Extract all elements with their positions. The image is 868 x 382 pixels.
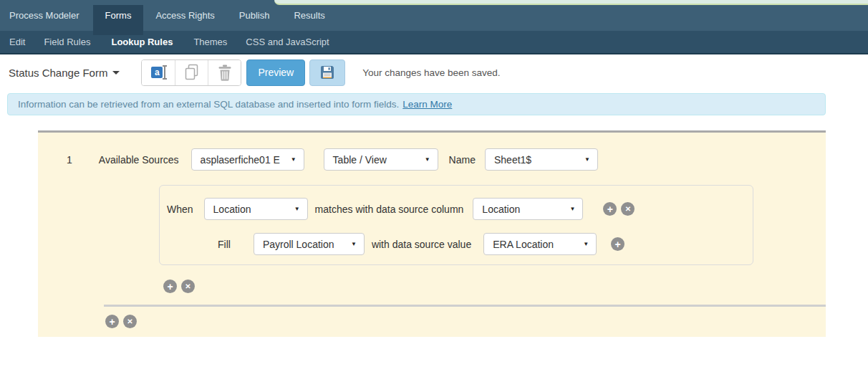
lookup-rules-panel: 1 Available Sources asplaserfiche01 E ▼ … <box>38 130 826 337</box>
table-view-select-value: Table / View <box>333 154 387 166</box>
nav-item-forms[interactable]: Forms <box>93 0 144 31</box>
copy-icon <box>184 64 200 81</box>
remove-lookup-rule-button[interactable]: ✕ <box>123 315 137 328</box>
fill-field-select[interactable]: Payroll Location ▼ <box>254 233 365 255</box>
data-source-row: 1 Available Sources asplaserfiche01 E ▼ … <box>38 148 826 171</box>
data-source-select-value: asplaserfiche01 E <box>201 154 280 166</box>
sheet-name-select-value: Sheet1$ <box>494 154 531 166</box>
rule-conditions-box: When Location ▼ matches with data source… <box>159 185 753 265</box>
table-view-select[interactable]: Table / View ▼ <box>324 148 438 171</box>
data-source-select[interactable]: asplaserfiche01 E ▼ <box>191 148 304 171</box>
match-column-select[interactable]: Location ▼ <box>473 198 583 220</box>
matches-with-label: matches with data source column <box>315 204 464 215</box>
nav-item-access-rights[interactable]: Access Rights <box>143 0 226 31</box>
browser-notification-strip <box>274 0 868 5</box>
nav-item-publish[interactable]: Publish <box>227 0 282 31</box>
subnav-item-css-javascript[interactable]: CSS and JavaScript <box>236 31 338 53</box>
save-status-message: Your changes have been saved. <box>362 67 500 78</box>
panel-actions: + ✕ <box>105 315 137 328</box>
save-icon <box>319 65 335 80</box>
chevron-down-icon <box>112 71 120 75</box>
add-when-condition-button[interactable]: + <box>603 202 617 216</box>
subnav-item-themes[interactable]: Themes <box>184 31 236 53</box>
preview-button[interactable]: Preview <box>246 59 305 86</box>
add-fill-action-button[interactable]: + <box>611 237 625 251</box>
select-caret-icon: ▼ <box>294 206 300 212</box>
when-field-select[interactable]: Location ▼ <box>204 198 308 220</box>
add-rule-block-button[interactable]: + <box>163 280 177 293</box>
available-sources-label: Available Sources <box>99 154 179 166</box>
fill-action-row: Fill Payroll Location ▼ with data source… <box>160 233 753 255</box>
info-banner-text: Information can be retrieved from an ext… <box>18 99 399 110</box>
learn-more-link[interactable]: Learn More <box>402 99 452 110</box>
rule-number: 1 <box>67 154 72 166</box>
fill-value-select[interactable]: ERA Location ▼ <box>483 233 597 255</box>
match-column-select-value: Location <box>482 204 520 215</box>
select-caret-icon: ▼ <box>291 156 296 163</box>
subnav-item-edit[interactable]: Edit <box>0 31 34 53</box>
form-actions-group: a <box>141 59 241 86</box>
trash-icon <box>218 65 232 81</box>
select-caret-icon: ▼ <box>584 156 590 163</box>
add-lookup-rule-button[interactable]: + <box>105 315 119 328</box>
when-field-select-value: Location <box>213 204 251 215</box>
rule-block-actions: + ✕ <box>163 280 195 293</box>
nav-item-process-modeler[interactable]: Process Modeler <box>0 0 93 31</box>
rename-button[interactable]: a <box>142 60 175 85</box>
subnav-item-field-rules[interactable]: Field Rules <box>34 31 100 53</box>
name-label: Name <box>449 154 476 166</box>
remove-when-condition-button[interactable]: ✕ <box>621 202 635 216</box>
remove-rule-block-button[interactable]: ✕ <box>181 280 195 293</box>
select-caret-icon: ▼ <box>569 206 575 212</box>
form-name-dropdown[interactable]: Status Change Form <box>9 67 120 79</box>
select-caret-icon: ▼ <box>425 156 430 163</box>
copy-button[interactable] <box>175 60 208 85</box>
fill-value-select-value: ERA Location <box>493 239 554 250</box>
rename-icon: a <box>151 65 165 80</box>
form-name-label: Status Change Form <box>9 67 107 79</box>
fill-field-select-value: Payroll Location <box>263 239 334 250</box>
select-caret-icon: ▼ <box>351 241 357 247</box>
when-label: When <box>167 204 193 215</box>
fill-label: Fill <box>218 239 231 250</box>
select-caret-icon: ▼ <box>583 241 589 247</box>
save-button[interactable] <box>309 59 345 86</box>
info-banner: Information can be retrieved from an ext… <box>7 93 826 115</box>
when-condition-row: When Location ▼ matches with data source… <box>160 198 753 220</box>
rule-divider <box>104 305 826 307</box>
delete-button[interactable] <box>208 60 241 85</box>
with-value-label: with data source value <box>372 239 471 250</box>
toolbar: Status Change Form a <box>0 56 868 89</box>
sheet-name-select[interactable]: Sheet1$ ▼ <box>485 148 598 171</box>
